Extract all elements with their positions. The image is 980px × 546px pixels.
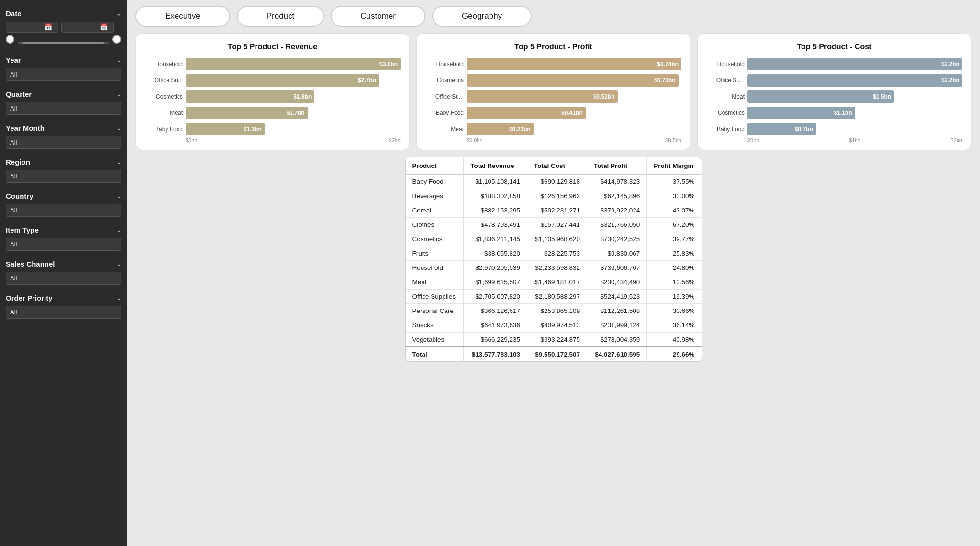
- bar-fill: $0.52bn: [467, 90, 618, 103]
- table-cell: Baby Food: [406, 175, 464, 189]
- bar-row: Household$0.74bn: [425, 58, 681, 70]
- slider-track: [18, 42, 109, 44]
- filter-yearmonth-label: Year Month: [6, 124, 45, 132]
- table-cell: $641,973,636: [464, 318, 527, 333]
- axis-label: $2bn: [951, 137, 962, 143]
- table-cell: $13,577,783,103: [464, 347, 527, 361]
- table-column-header: Total Profit: [587, 157, 647, 175]
- filter-quarter-label: Quarter: [6, 90, 32, 98]
- chevron-down-icon: ⌄: [116, 57, 121, 64]
- filter-date-label: Date: [6, 10, 22, 18]
- filter-yearmonth-header[interactable]: Year Month ⌄: [6, 124, 121, 132]
- bar-row: Office Su...$2.2bn: [706, 74, 962, 87]
- year-select[interactable]: All: [6, 68, 121, 81]
- calendar-start-icon[interactable]: 📅: [45, 23, 52, 31]
- table-cell: $188,302,858: [464, 189, 527, 203]
- calendar-end-icon[interactable]: 📅: [100, 23, 108, 31]
- bar-fill: $3.0bn: [186, 58, 401, 70]
- table-cell: 25.83%: [647, 246, 702, 261]
- table-cell: $2,970,205,539: [464, 261, 527, 275]
- bar-axis-revenue: $0bn$2bn: [145, 137, 401, 143]
- charts-row: Top 5 Product - Revenue Household$3.0bnO…: [135, 33, 971, 150]
- filter-itemtype-header[interactable]: Item Type ⌄: [6, 226, 121, 234]
- filter-saleschannel-header[interactable]: Sales Channel ⌄: [6, 260, 121, 268]
- table-cell: $393,224,875: [527, 333, 587, 347]
- bar-chart-profit: Household$0.74bnCosmetics$0.73bnOffice S…: [425, 58, 681, 135]
- table-row: Cereal$882,153,295$502,231,271$379,922,0…: [406, 203, 702, 218]
- table-cell: $379,922,024: [587, 203, 647, 218]
- table-cell: Fruits: [406, 246, 464, 261]
- bar-fill: $2.2bn: [747, 58, 962, 70]
- bar-label: Cosmetics: [706, 110, 745, 116]
- slider-thumb-left[interactable]: [6, 35, 14, 44]
- country-select[interactable]: All: [6, 204, 121, 217]
- date-end-input[interactable]: 12/31/2021: [65, 24, 99, 31]
- chart-cost: Top 5 Product - Cost Household$2.2bnOffi…: [697, 33, 971, 150]
- bar-wrap: $0.52bn: [467, 90, 681, 103]
- tab-geography[interactable]: Geography: [432, 6, 532, 27]
- chart-profit-title: Top 5 Product - Profit: [425, 43, 681, 51]
- table-cell: $2,180,588,297: [527, 290, 587, 304]
- table-cell: $730,242,525: [587, 232, 647, 246]
- filter-date-header[interactable]: Date ⌄: [6, 10, 121, 18]
- date-slider[interactable]: [6, 36, 121, 47]
- table-cell: 33.00%: [647, 189, 702, 203]
- tab-customer[interactable]: Customer: [331, 6, 425, 27]
- table-body: Baby Food$1,105,108,141$690,129,818$414,…: [406, 175, 702, 362]
- table-cell: Beverages: [406, 189, 464, 203]
- bar-wrap: $1.1bn: [747, 107, 962, 119]
- filter-orderpriority-header[interactable]: Order Priority ⌄: [6, 294, 121, 302]
- table-row: Beverages$188,302,858$126,156,962$62,145…: [406, 189, 702, 203]
- orderpriority-select[interactable]: All: [6, 306, 121, 319]
- table-column-header: Product: [406, 157, 464, 175]
- bar-fill: $1.7bn: [186, 107, 308, 119]
- table-column-header: Total Revenue: [464, 157, 527, 175]
- bar-wrap: $1.7bn: [186, 107, 401, 119]
- table-cell: $157,027,441: [527, 218, 587, 232]
- table-cell: $1,699,615,507: [464, 275, 527, 290]
- bar-chart-revenue: Household$3.0bnOffice Su...$2.7bnCosmeti…: [145, 58, 401, 135]
- axis-label: $0.0bn: [467, 137, 483, 143]
- table-cell: $9,550,172,507: [527, 347, 587, 361]
- nav-tabs: Executive Product Customer Geography: [135, 6, 971, 27]
- table-cell: 36.14%: [647, 318, 702, 333]
- table-cell: 19.39%: [647, 290, 702, 304]
- bar-wrap: $2.2bn: [747, 74, 962, 87]
- table-cell: 24.80%: [647, 261, 702, 275]
- table-row: Meat$1,699,615,507$1,469,181,017$230,434…: [406, 275, 702, 290]
- table-header-row: ProductTotal RevenueTotal CostTotal Prof…: [406, 157, 702, 175]
- yearmonth-select[interactable]: All: [6, 136, 121, 149]
- filter-country-header[interactable]: Country ⌄: [6, 192, 121, 200]
- bar-row: Baby Food$0.7bn: [706, 123, 962, 135]
- date-start-wrap: 1/1/2014 📅: [6, 22, 58, 33]
- filter-region-header[interactable]: Region ⌄: [6, 158, 121, 166]
- bar-label: Household: [145, 61, 183, 67]
- bar-fill: $0.74bn: [467, 58, 681, 70]
- bar-label: Meat: [145, 110, 183, 116]
- table-cell: $1,469,181,017: [527, 275, 587, 290]
- chart-revenue: Top 5 Product - Revenue Household$3.0bnO…: [135, 33, 410, 150]
- chevron-down-icon: ⌄: [116, 261, 121, 267]
- bar-label: Office Su...: [145, 77, 183, 84]
- bar-label: Meat: [425, 126, 464, 133]
- quarter-select[interactable]: All: [6, 102, 121, 115]
- region-select[interactable]: All: [6, 170, 121, 183]
- bar-row: Office Su...$2.7bn: [145, 74, 401, 87]
- tab-executive[interactable]: Executive: [135, 6, 230, 27]
- table-cell: $478,793,491: [464, 218, 527, 232]
- tab-product[interactable]: Product: [237, 6, 324, 27]
- table-cell: $112,261,508: [587, 304, 647, 318]
- itemtype-select[interactable]: All: [6, 238, 121, 251]
- bar-wrap: $2.2bn: [747, 58, 962, 70]
- bar-fill: $0.41bn: [467, 107, 586, 119]
- table-cell: Vegetables: [406, 333, 464, 347]
- filter-itemtype-label: Item Type: [6, 226, 39, 234]
- saleschannel-select[interactable]: All: [6, 272, 121, 285]
- bar-label: Baby Food: [425, 110, 464, 116]
- slider-thumb-right[interactable]: [112, 35, 121, 44]
- filter-quarter-header[interactable]: Quarter ⌄: [6, 90, 121, 98]
- filter-year-header[interactable]: Year ⌄: [6, 56, 121, 64]
- bar-row: Meat$1.5bn: [706, 90, 962, 103]
- bar-label: Baby Food: [706, 126, 745, 133]
- date-start-input[interactable]: 1/1/2014: [9, 24, 44, 31]
